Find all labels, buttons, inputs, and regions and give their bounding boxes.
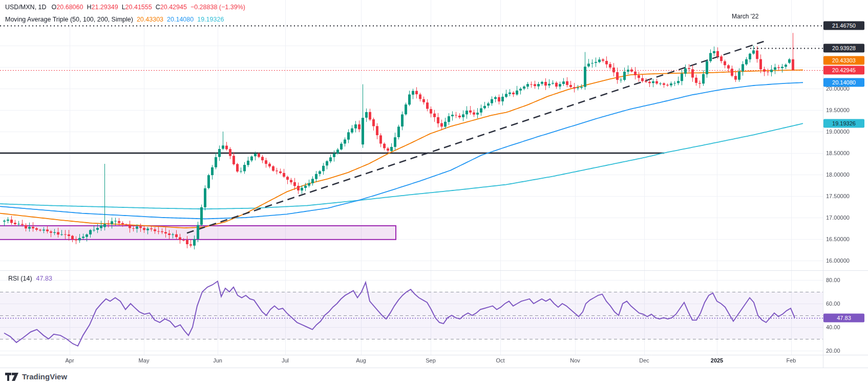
price-axis-label: 19.00000 <box>826 129 850 135</box>
ma-value-2: 19.19326 <box>197 16 224 23</box>
rsi-axis-label: 80.00 <box>826 277 840 283</box>
time-axis-label-jun: Jun <box>213 357 222 363</box>
price-badge: 20.42945 <box>823 66 864 75</box>
time-axis-label-nov: Nov <box>570 357 580 363</box>
time-axis-label-dec: Dec <box>639 357 649 363</box>
price-axis-label: 17.00000 <box>826 215 850 221</box>
rsi-legend[interactable]: RSI (14)47.83 <box>8 275 52 282</box>
time-axis-label-2025: 2025 <box>711 357 723 363</box>
ma-value-0: 20.43303 <box>137 16 163 23</box>
indicator-title: Moving Average Triple (50, 100, 200, Sim… <box>5 16 133 23</box>
price-axis-label: 17.50000 <box>826 193 850 199</box>
change-value: −0.28838 (−1.39%) <box>190 4 245 11</box>
tradingview-watermark[interactable]: TradingView <box>22 372 67 381</box>
ohlc-c: C20.42945 <box>156 4 187 11</box>
price-badge: 19.19326 <box>823 119 864 128</box>
price-axis-label: 19.50000 <box>826 107 850 113</box>
time-axis-label-aug: Aug <box>356 357 366 363</box>
rsi-axis-label: 60.00 <box>826 301 840 307</box>
ohlc-h: H21.29349 <box>87 4 118 11</box>
time-axis-label-jul: Jul <box>282 357 289 363</box>
price-axis-label: 18.00000 <box>826 172 850 178</box>
price-badge: 21.46750 <box>823 22 864 30</box>
time-axis-label-feb: Feb <box>787 357 796 363</box>
price-badge: 20.43303 <box>823 56 864 65</box>
rsi-value: 47.83 <box>36 275 52 282</box>
indicator-legend[interactable]: Moving Average Triple (50, 100, 200, Sim… <box>5 16 226 23</box>
symbol-legend[interactable]: USD/MXN, 1DO20.68060H21.29349L20.41555C2… <box>5 4 245 11</box>
tradingview-logo-icon[interactable] <box>5 373 18 381</box>
march-22-annotation: March '22 <box>732 13 758 20</box>
symbol-title: USD/MXN, 1D <box>5 4 47 11</box>
price-axis-label: 16.00000 <box>826 258 850 264</box>
rsi-axis-label: 40.00 <box>826 324 840 330</box>
price-badge: 20.93928 <box>823 44 864 53</box>
price-axis-label: 18.50000 <box>826 150 850 156</box>
price-axis-label: 16.50000 <box>826 236 850 242</box>
ma-value-1: 20.14080 <box>167 16 194 23</box>
rsi-axis-label: 20.00 <box>826 348 840 354</box>
price-badge: 20.14080 <box>823 78 864 87</box>
time-axis-label-may: May <box>139 357 150 363</box>
rsi-title: RSI (14) <box>8 275 32 282</box>
chart-window: USD/MXN, 1DO20.68060H21.29349L20.41555C2… <box>0 0 868 385</box>
chart-canvas[interactable] <box>0 0 868 385</box>
ma-values: 20.4330320.1408019.19326 <box>133 16 224 23</box>
time-axis-label-apr: Apr <box>65 357 74 363</box>
time-axis-label-sep: Sep <box>426 357 436 363</box>
price-badge: 47.83 <box>823 314 864 323</box>
ohlc-values: O20.68060H21.29349L20.41555C20.42945 <box>52 4 190 11</box>
ohlc-o: O20.68060 <box>52 4 83 11</box>
ohlc-l: L20.41555 <box>122 4 152 11</box>
time-axis-label-oct: Oct <box>496 357 504 363</box>
bottom-bar: TradingView <box>0 368 868 385</box>
